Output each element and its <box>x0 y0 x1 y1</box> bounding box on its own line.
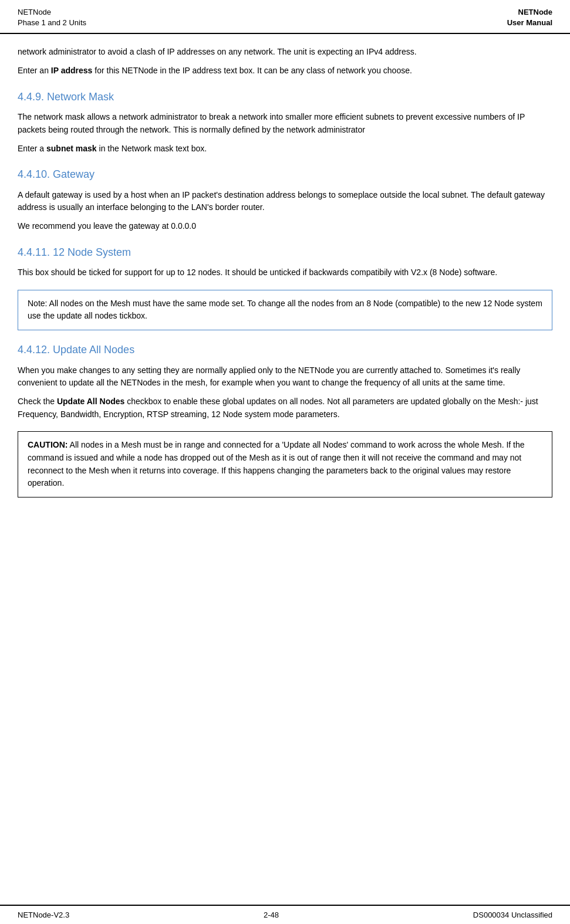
caution-box-text: All nodes in a Mesh must be in range and… <box>28 440 525 488</box>
header-right-line2: User Manual <box>507 18 552 28</box>
intro-para2-bold: IP address <box>51 66 93 75</box>
section-449-para2-prefix: Enter a <box>18 144 46 153</box>
intro-para2-prefix: Enter an <box>18 66 51 75</box>
section-4410-para2: We recommend you leave the gateway at 0.… <box>18 220 552 233</box>
note-box: Note: All nodes on the Mesh must have th… <box>18 290 552 330</box>
header-left-line1: NETNode <box>18 7 86 18</box>
section-4412-para2-bold: Update All Nodes <box>57 397 124 406</box>
intro-para1: network administrator to avoid a clash o… <box>18 46 552 59</box>
footer-left: NETNode-V2.3 <box>18 911 69 919</box>
section-449-para2-suffix: in the Network mask text box. <box>97 144 207 153</box>
section-4411-para1: This box should be ticked for support fo… <box>18 266 552 279</box>
intro-para2-suffix: for this NETNode in the IP address text … <box>92 66 412 75</box>
section-4412-heading: 4.4.12. Update All Nodes <box>18 343 552 357</box>
section-4412-para2-prefix: Check the <box>18 397 57 406</box>
section-4410-heading: 4.4.10. Gateway <box>18 168 552 181</box>
section-449-para2: Enter a subnet mask in the Network mask … <box>18 143 552 155</box>
section-4412-para1: When you make changes to any setting the… <box>18 364 552 390</box>
header-right-line1: NETNode <box>507 7 552 18</box>
footer-center: 2-48 <box>264 911 279 919</box>
header-right: NETNode User Manual <box>507 7 552 28</box>
header-left: NETNode Phase 1 and 2 Units <box>18 7 86 28</box>
main-content: network administrator to avoid a clash o… <box>0 34 570 520</box>
note-box-text: Note: All nodes on the Mesh must have th… <box>28 299 542 321</box>
section-449-para2-bold: subnet mask <box>46 144 97 153</box>
page: NETNode Phase 1 and 2 Units NETNode User… <box>0 0 570 924</box>
page-header: NETNode Phase 1 and 2 Units NETNode User… <box>0 0 570 34</box>
page-footer: NETNode-V2.3 2-48 DS000034 Unclassified <box>0 905 570 924</box>
header-left-line2: Phase 1 and 2 Units <box>18 18 86 28</box>
caution-box: CAUTION: All nodes in a Mesh must be in … <box>18 431 552 497</box>
section-4410-para1: A default gateway is used by a host when… <box>18 189 552 214</box>
section-449-heading: 4.4.9. Network Mask <box>18 90 552 104</box>
section-4411-heading: 4.4.11. 12 Node System <box>18 246 552 259</box>
caution-box-bold: CAUTION: <box>28 440 68 449</box>
section-4412-para2: Check the Update All Nodes checkbox to e… <box>18 395 552 421</box>
footer-right: DS000034 Unclassified <box>473 911 552 919</box>
section-449-para1: The network mask allows a network admini… <box>18 111 552 136</box>
intro-para2: Enter an IP address for this NETNode in … <box>18 65 552 77</box>
